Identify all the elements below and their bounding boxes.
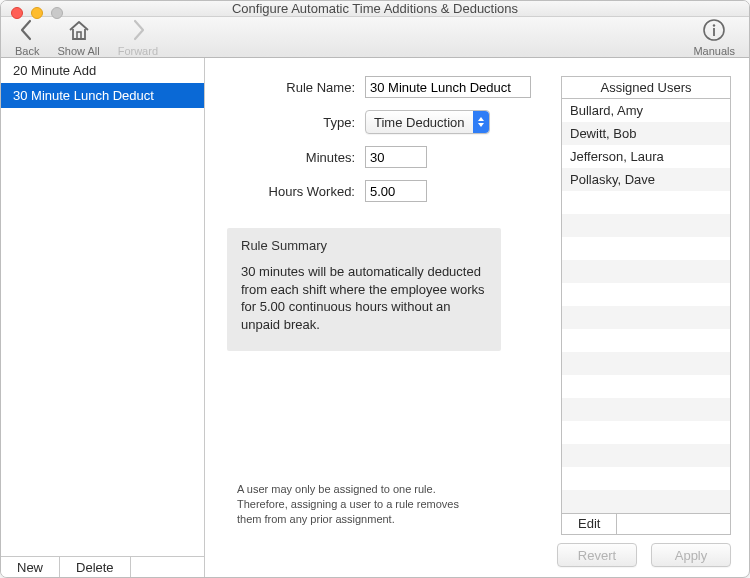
close-window-button[interactable]	[11, 7, 23, 19]
back-button[interactable]: Back	[15, 17, 39, 57]
window-title: Configure Automatic Time Additions & Ded…	[1, 1, 749, 16]
titlebar: Configure Automatic Time Additions & Ded…	[1, 1, 749, 17]
user-row	[562, 490, 730, 513]
assigned-users-pane: Assigned Users Bullard, Amy Dewitt, Bob …	[561, 76, 731, 535]
apply-button[interactable]: Apply	[651, 543, 731, 567]
assigned-users-list[interactable]: Bullard, Amy Dewitt, Bob Jefferson, Laur…	[561, 99, 731, 513]
minutes-label: Minutes:	[215, 150, 365, 165]
home-icon	[66, 17, 92, 43]
type-select[interactable]: Time Deduction	[365, 110, 490, 134]
rule-summary: Rule Summary 30 minutes will be automati…	[227, 228, 501, 351]
user-row	[562, 352, 730, 375]
user-row[interactable]: Bullard, Amy	[562, 99, 730, 122]
minutes-field[interactable]	[365, 146, 427, 168]
rule-name-label: Rule Name:	[215, 80, 365, 95]
traffic-lights	[11, 7, 63, 19]
zoom-window-button	[51, 7, 63, 19]
info-icon	[701, 17, 727, 43]
type-value: Time Deduction	[374, 115, 465, 130]
revert-button[interactable]: Revert	[557, 543, 637, 567]
manuals-label: Manuals	[693, 45, 735, 57]
svg-point-2	[713, 24, 715, 26]
edit-users-button[interactable]: Edit	[562, 514, 617, 534]
user-row	[562, 306, 730, 329]
user-row	[562, 467, 730, 490]
hours-worked-field[interactable]	[365, 180, 427, 202]
toolbar-left: Back Show All Forward	[15, 17, 158, 57]
rule-list[interactable]: 20 Minute Add 30 Minute Lunch Deduct	[1, 58, 204, 556]
user-row	[562, 329, 730, 352]
hours-label: Hours Worked:	[215, 184, 365, 199]
form-left: Rule Name: Type: Time Deduction	[215, 76, 549, 535]
back-label: Back	[15, 45, 39, 57]
user-row	[562, 283, 730, 306]
user-row[interactable]: Dewitt, Bob	[562, 122, 730, 145]
show-all-label: Show All	[57, 45, 99, 57]
rule-item[interactable]: 20 Minute Add	[1, 58, 204, 83]
user-row	[562, 421, 730, 444]
user-row[interactable]: Jefferson, Laura	[562, 145, 730, 168]
type-label: Type:	[215, 115, 365, 130]
minutes-row: Minutes:	[215, 146, 549, 168]
forward-label: Forward	[118, 45, 158, 57]
rule-summary-text: 30 minutes will be automatically deducte…	[241, 263, 487, 333]
hours-row: Hours Worked:	[215, 180, 549, 202]
user-row	[562, 191, 730, 214]
minimize-window-button[interactable]	[31, 7, 43, 19]
body: 20 Minute Add 30 Minute Lunch Deduct New…	[1, 58, 749, 578]
new-rule-button[interactable]: New	[1, 557, 60, 578]
content: Rule Name: Type: Time Deduction	[205, 58, 749, 578]
type-row: Type: Time Deduction	[215, 110, 549, 134]
assignment-note: A user may only be assigned to one rule.…	[237, 482, 482, 527]
chevron-updown-icon	[473, 111, 489, 133]
rule-summary-heading: Rule Summary	[241, 238, 487, 253]
svg-rect-0	[77, 32, 81, 39]
rule-sidebar: 20 Minute Add 30 Minute Lunch Deduct New…	[1, 58, 205, 578]
show-all-button[interactable]: Show All	[57, 17, 99, 57]
user-row	[562, 237, 730, 260]
rule-item[interactable]: 30 Minute Lunch Deduct	[1, 83, 204, 108]
chevron-right-icon	[127, 17, 149, 43]
chevron-left-icon	[16, 17, 38, 43]
footer-buttons: Revert Apply	[205, 535, 749, 578]
manuals-button[interactable]: Manuals	[693, 17, 735, 57]
assigned-users-title: Assigned Users	[561, 76, 731, 99]
svg-rect-3	[713, 28, 715, 36]
user-row	[562, 375, 730, 398]
rule-name-field[interactable]	[365, 76, 531, 98]
user-row	[562, 214, 730, 237]
user-row[interactable]: Pollasky, Dave	[562, 168, 730, 191]
user-row	[562, 398, 730, 421]
user-row	[562, 260, 730, 283]
toolbar: Back Show All Forward	[1, 17, 749, 58]
window: Configure Automatic Time Additions & Ded…	[0, 0, 750, 578]
delete-rule-button[interactable]: Delete	[60, 557, 131, 578]
rule-name-row: Rule Name:	[215, 76, 549, 98]
forward-button: Forward	[118, 17, 158, 57]
rule-list-footer: New Delete	[1, 556, 204, 578]
assigned-users-footer: Edit	[561, 513, 731, 535]
form-area: Rule Name: Type: Time Deduction	[205, 58, 749, 535]
user-row	[562, 444, 730, 467]
